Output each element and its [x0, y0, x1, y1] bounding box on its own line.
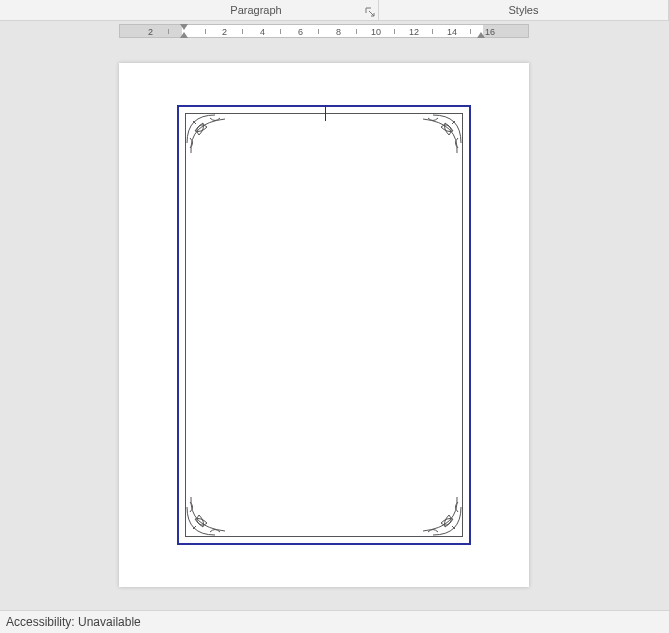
hanging-indent-marker[interactable] [180, 32, 188, 38]
ruler-tick: 16 [485, 27, 495, 37]
ruler-minor-tick [432, 29, 433, 34]
right-indent-marker[interactable] [477, 32, 485, 38]
corner-ornament-top-right [413, 113, 463, 165]
group-styles-label: Styles [509, 4, 539, 16]
text-cursor [325, 105, 326, 121]
document-canvas[interactable] [0, 39, 669, 610]
document-page[interactable] [119, 63, 529, 587]
page-border-inner [185, 113, 463, 537]
corner-ornament-bottom-left [185, 485, 235, 537]
launcher-icon [365, 7, 375, 17]
ruler-row: 2 2 4 6 8 10 12 14 16 [0, 21, 669, 39]
paragraph-dialog-launcher[interactable] [364, 6, 376, 18]
group-paragraph: Paragraph [0, 0, 379, 20]
ruler-minor-tick [394, 29, 395, 34]
ruler-tick: 10 [371, 27, 381, 37]
ruler-minor-tick [470, 29, 471, 34]
ruler-minor-tick [205, 29, 206, 34]
ruler-minor-tick [280, 29, 281, 34]
ruler-minor-tick [168, 29, 169, 34]
ruler-tick: 14 [447, 27, 457, 37]
ruler-tick: 4 [260, 27, 265, 37]
horizontal-ruler[interactable]: 2 2 4 6 8 10 12 14 16 [119, 24, 529, 38]
ribbon-group-labels: Paragraph Styles [0, 0, 669, 21]
status-bar: Accessibility: Unavailable [0, 610, 669, 633]
ruler-tick: 2 [148, 27, 153, 37]
ruler-tick: 12 [409, 27, 419, 37]
group-paragraph-label: Paragraph [230, 4, 281, 16]
accessibility-value: Unavailable [78, 615, 141, 629]
ruler-minor-tick [318, 29, 319, 34]
ruler-minor-tick [242, 29, 243, 34]
accessibility-status[interactable]: Accessibility: Unavailable [6, 615, 141, 629]
corner-ornament-top-left [185, 113, 235, 165]
group-styles: Styles [379, 0, 669, 20]
ruler-tick: 8 [336, 27, 341, 37]
ruler-tick: 6 [298, 27, 303, 37]
ruler-minor-tick [356, 29, 357, 34]
corner-ornament-bottom-right [413, 485, 463, 537]
ruler-tick: 2 [222, 27, 227, 37]
accessibility-label: Accessibility: [6, 615, 75, 629]
first-line-indent-marker[interactable] [180, 24, 188, 30]
